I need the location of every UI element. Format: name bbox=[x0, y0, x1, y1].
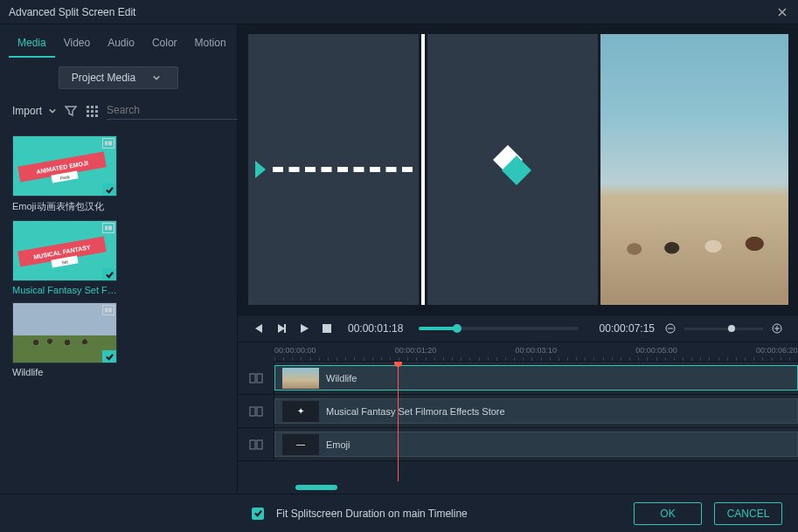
svg-rect-23 bbox=[257, 407, 262, 416]
timeline-clip-name: Musical Fantasy Set Filmora Effects Stor… bbox=[326, 406, 505, 417]
timeline-clip-thumb: — bbox=[282, 434, 319, 455]
svg-rect-6 bbox=[87, 114, 89, 117]
svg-rect-8 bbox=[95, 114, 98, 117]
svg-rect-17 bbox=[323, 324, 331, 333]
split-panel-left[interactable] bbox=[248, 34, 419, 305]
ruler-tick: 00:00:00:00 bbox=[274, 346, 316, 355]
chevron-down-icon bbox=[153, 72, 160, 84]
zoom-in-icon[interactable] bbox=[770, 321, 784, 335]
prev-frame-icon[interactable] bbox=[252, 321, 266, 335]
main-area: 00:00:01:18 00:00:07:15 00:00:00:0000:00… bbox=[238, 24, 798, 494]
ok-button[interactable]: OK bbox=[634, 502, 702, 525]
source-dropdown-label: Project Media bbox=[72, 72, 135, 84]
fit-duration-label: Fit Splitscreen Duration on main Timelin… bbox=[276, 508, 468, 520]
clip-thumbnail bbox=[12, 302, 117, 363]
media-clip[interactable]: MUSICAL FANTASY Set Musical Fantasy Set … bbox=[12, 220, 117, 295]
splitscreen-icon bbox=[102, 305, 114, 315]
playhead[interactable] bbox=[398, 362, 399, 481]
current-timecode: 00:00:01:18 bbox=[348, 322, 403, 335]
check-icon bbox=[102, 268, 116, 280]
tab-motion[interactable]: Motion bbox=[186, 31, 235, 58]
check-icon bbox=[102, 183, 116, 196]
check-icon bbox=[102, 350, 116, 363]
grid-view-icon[interactable] bbox=[86, 104, 98, 118]
svg-rect-5 bbox=[95, 110, 98, 113]
timeline-clip[interactable]: —Emoji bbox=[274, 432, 798, 457]
cancel-button[interactable]: CANCEL bbox=[714, 502, 782, 525]
clip-grid: ANIMATED EMOJI Pack Emoji动画表情包汉化 MUSICAL… bbox=[0, 127, 237, 386]
split-panel-right[interactable] bbox=[600, 34, 788, 305]
media-clip[interactable]: ANIMATED EMOJI Pack Emoji动画表情包汉化 bbox=[12, 135, 117, 213]
svg-rect-4 bbox=[91, 110, 94, 113]
import-button[interactable]: Import bbox=[12, 105, 56, 117]
scrubber[interactable] bbox=[419, 327, 578, 330]
svg-rect-1 bbox=[91, 106, 94, 108]
transport-bar: 00:00:01:18 00:00:07:15 bbox=[238, 314, 798, 342]
timeline-clip[interactable]: Wildlife bbox=[274, 365, 798, 390]
svg-rect-0 bbox=[87, 106, 89, 108]
svg-rect-22 bbox=[250, 407, 255, 416]
svg-rect-15 bbox=[108, 308, 112, 313]
track-head-icon[interactable] bbox=[238, 395, 274, 427]
svg-rect-25 bbox=[257, 440, 262, 449]
clip-thumbnail: MUSICAL FANTASY Set bbox=[12, 220, 117, 281]
search-input[interactable] bbox=[107, 104, 238, 116]
clip-label: Emoji动画表情包汉化 bbox=[12, 200, 117, 213]
tab-audio[interactable]: Audio bbox=[99, 31, 143, 58]
svg-rect-14 bbox=[105, 308, 108, 313]
source-dropdown[interactable]: Project Media bbox=[59, 66, 178, 89]
svg-rect-3 bbox=[87, 110, 89, 113]
svg-rect-12 bbox=[105, 226, 108, 231]
next-frame-icon[interactable] bbox=[274, 321, 288, 335]
stop-icon[interactable] bbox=[320, 321, 334, 335]
preview-monitor bbox=[238, 24, 798, 314]
scrubber-handle[interactable] bbox=[453, 324, 461, 333]
tab-video[interactable]: Video bbox=[55, 31, 99, 58]
zoom-slider[interactable] bbox=[684, 328, 763, 330]
timeline-ruler[interactable]: 00:00:00:0000:00:01:2000:00:03:1000:00:0… bbox=[274, 342, 798, 362]
svg-rect-7 bbox=[91, 114, 94, 117]
timeline-track[interactable]: ✦Musical Fantasy Set Filmora Effects Sto… bbox=[238, 395, 798, 428]
timeline-track[interactable]: —Emoji bbox=[238, 428, 798, 461]
timeline-clip-name: Wildlife bbox=[326, 373, 357, 383]
svg-rect-24 bbox=[250, 440, 255, 449]
svg-rect-11 bbox=[108, 142, 112, 146]
clip-label: Wildlife bbox=[12, 367, 117, 377]
timeline-track[interactable]: Wildlife bbox=[238, 362, 798, 395]
window-title: Advanced Split Screen Edit bbox=[9, 6, 135, 18]
svg-rect-2 bbox=[95, 106, 98, 108]
zoom-out-icon[interactable] bbox=[663, 321, 677, 335]
svg-rect-10 bbox=[105, 142, 108, 146]
filter-icon[interactable] bbox=[65, 104, 77, 118]
zoom-handle[interactable] bbox=[728, 325, 735, 332]
media-clip[interactable]: Wildlife bbox=[12, 302, 117, 377]
clip-thumbnail: ANIMATED EMOJI Pack bbox=[12, 135, 117, 197]
scrollbar-thumb[interactable] bbox=[295, 485, 337, 490]
svg-rect-21 bbox=[257, 374, 262, 383]
tab-media[interactable]: Media bbox=[9, 31, 55, 58]
sidebar: Media Video Audio Color Motion Project M… bbox=[0, 24, 238, 494]
chevron-down-icon bbox=[49, 105, 56, 117]
track-head-icon[interactable] bbox=[238, 362, 274, 394]
track-head-icon[interactable] bbox=[238, 428, 274, 460]
timeline: 00:00:00:0000:00:01:2000:00:03:1000:00:0… bbox=[238, 342, 798, 494]
timeline-scrollbar[interactable] bbox=[274, 481, 798, 494]
titlebar: Advanced Split Screen Edit bbox=[0, 0, 798, 24]
timeline-clip-thumb bbox=[282, 368, 319, 389]
play-icon[interactable] bbox=[297, 321, 311, 335]
ruler-tick: 00:00:03:10 bbox=[516, 346, 558, 355]
footer: Fit Splitscreen Duration on main Timelin… bbox=[0, 494, 798, 532]
close-icon[interactable] bbox=[775, 5, 789, 19]
ruler-tick: 00:00:05:00 bbox=[635, 346, 677, 355]
clip-label: Musical Fantasy Set Film... bbox=[12, 285, 117, 295]
import-label: Import bbox=[12, 105, 42, 117]
split-divider bbox=[421, 34, 425, 305]
split-panel-middle[interactable] bbox=[427, 34, 598, 305]
timeline-clip[interactable]: ✦Musical Fantasy Set Filmora Effects Sto… bbox=[274, 398, 798, 424]
ruler-tick: 00:00:01:20 bbox=[395, 346, 437, 355]
fit-duration-checkbox[interactable] bbox=[252, 508, 264, 520]
svg-rect-13 bbox=[108, 226, 112, 231]
tab-color[interactable]: Color bbox=[143, 31, 186, 58]
ruler-tick: 00:00:06:20 bbox=[756, 346, 798, 355]
search-field[interactable] bbox=[107, 101, 252, 120]
